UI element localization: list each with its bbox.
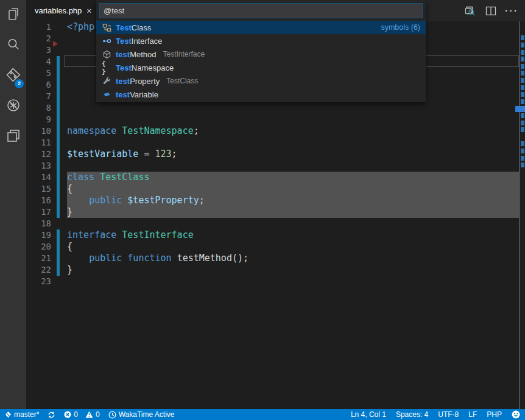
find-preview-icon[interactable] [464, 5, 476, 17]
status-bar-right: Ln 4, Col 1 Spaces: 4 UTF-8 LF PHP [341, 410, 520, 419]
more-actions-icon[interactable]: ··· [506, 5, 518, 17]
ruler-modified-mark [521, 64, 524, 69]
warning-icon [85, 411, 93, 418]
error-icon [64, 411, 71, 418]
method-symbol-icon [102, 49, 111, 59]
quick-open-widget: TestClasssymbols (6)TestInterfacetestMet… [96, 0, 426, 102]
ruler-modified-mark [521, 92, 524, 97]
eol-status[interactable]: LF [468, 410, 477, 419]
property-symbol-icon [102, 76, 111, 86]
ruler-modified-mark [521, 156, 524, 161]
code-line-23[interactable]: 23 [26, 276, 519, 287]
status-bar: master* 0 [0, 409, 525, 420]
ruler-modified-mark [521, 35, 524, 40]
line-number: 2 [26, 33, 51, 44]
git-modified-gutter [57, 79, 60, 91]
warning-count: 0 [96, 410, 100, 419]
line-content: $testVariable = 123; [67, 149, 177, 160]
wakatime-status[interactable]: WakaTime Active [108, 410, 175, 419]
line-content: <?php [67, 21, 94, 33]
ruler-modified-mark [521, 57, 524, 61]
git-modified-gutter [57, 68, 60, 79]
overview-ruler[interactable] [519, 21, 525, 409]
code-line-16[interactable]: 16 public $testProperty; [26, 195, 519, 206]
code-line-13[interactable]: 13 [26, 160, 519, 172]
git-modified-gutter [57, 91, 60, 102]
git-modified-gutter [57, 125, 60, 137]
code-line-12[interactable]: 12$testVariable = 123; [26, 149, 519, 160]
code-line-10[interactable]: 10namespace TestNamespace; [26, 125, 519, 137]
code-line-21[interactable]: 21 public function testMethod(); [26, 253, 519, 264]
search-icon [5, 37, 21, 55]
code-line-8[interactable]: 8 [26, 102, 519, 114]
language-mode[interactable]: PHP [487, 410, 502, 419]
ruler-modified-mark [521, 127, 524, 132]
symbol-result-testnamespace[interactable]: { }TestNamespace [96, 61, 426, 74]
interface-symbol-icon [102, 36, 111, 46]
line-number: 19 [26, 229, 51, 241]
ruler-modified-mark [521, 50, 524, 55]
quick-open-results: TestClasssymbols (6)TestInterfacetestMet… [96, 21, 426, 102]
split-editor-icon[interactable] [485, 5, 497, 17]
ruler-modified-mark [521, 121, 524, 125]
extensions-icon [5, 128, 21, 146]
ruler-modified-mark [521, 141, 524, 146]
git-branch-status[interactable]: master* [5, 410, 39, 419]
line-number: 3 [26, 44, 51, 56]
tab-variables-php[interactable]: variables.php × [26, 0, 97, 21]
ruler-modified-mark [521, 43, 524, 47]
code-line-9[interactable]: 9 [26, 114, 519, 125]
ruler-modified-mark [521, 71, 524, 75]
line-content: interface TestInterface [67, 229, 194, 241]
line-number: 23 [26, 276, 51, 287]
symbol-result-testproperty[interactable]: testPropertyTestClass [96, 74, 426, 88]
sidebar-item-source-control[interactable]: 2 [0, 61, 26, 91]
code-line-19[interactable]: 19interface TestInterface [26, 229, 519, 241]
symbol-name: testMethod [116, 50, 157, 59]
symbol-result-testmethod[interactable]: testMethodTestInterface [96, 47, 426, 61]
line-number: 17 [26, 206, 51, 218]
indentation-status[interactable]: Spaces: 4 [396, 410, 428, 419]
symbol-result-testinterface[interactable]: TestInterface [96, 34, 426, 47]
namespace-symbol-icon: { } [102, 63, 111, 72]
quick-open-input-wrap [96, 0, 426, 21]
ruler-modified-mark [521, 149, 524, 153]
ruler-modified-mark [521, 85, 524, 90]
sidebar-item-extensions[interactable] [0, 122, 26, 152]
debug-icon [5, 97, 21, 116]
cursor-position[interactable]: Ln 4, Col 1 [351, 410, 386, 419]
symbol-result-testclass[interactable]: TestClasssymbols (6) [96, 21, 426, 34]
symbol-name: testVariable [116, 90, 158, 99]
git-modified-gutter [57, 206, 60, 218]
encoding-status[interactable]: UTF-8 [438, 410, 459, 419]
quick-open-input[interactable] [99, 3, 423, 18]
sidebar-item-debug[interactable] [0, 91, 26, 122]
symbol-name: TestInterface [116, 37, 162, 46]
code-line-14[interactable]: 14class TestClass [26, 172, 519, 183]
code-line-15[interactable]: 15{ [26, 183, 519, 195]
ruler-modified-mark [521, 99, 524, 104]
code-line-18[interactable]: 18 [26, 218, 519, 229]
line-number: 11 [26, 137, 51, 149]
code-line-11[interactable]: 11 [26, 137, 519, 149]
git-modified-gutter [57, 160, 60, 172]
sidebar-item-search[interactable] [0, 30, 26, 61]
feedback-smiley[interactable] [512, 410, 520, 419]
git-modified-gutter [57, 56, 60, 68]
symbol-result-testvariable[interactable]: testVariable [96, 88, 426, 101]
wakatime-label: WakaTime Active [119, 410, 175, 419]
error-count: 0 [74, 410, 78, 419]
results-count-badge: symbols (6) [381, 23, 420, 32]
line-content: namespace TestNamespace; [67, 125, 199, 137]
editor-group: variables.php × [26, 0, 525, 409]
sync-status[interactable] [48, 411, 55, 419]
ruler-modified-mark [521, 113, 524, 118]
line-content: } [67, 264, 72, 276]
symbol-name: TestClass [116, 23, 151, 32]
code-line-20[interactable]: 20{ [26, 241, 519, 253]
sidebar-item-explorer[interactable] [0, 0, 26, 30]
code-line-22[interactable]: 22} [26, 264, 519, 276]
problems-status[interactable]: 0 0 [64, 410, 99, 419]
close-tab-icon[interactable]: × [86, 7, 91, 15]
code-line-17[interactable]: 17} [26, 206, 519, 218]
